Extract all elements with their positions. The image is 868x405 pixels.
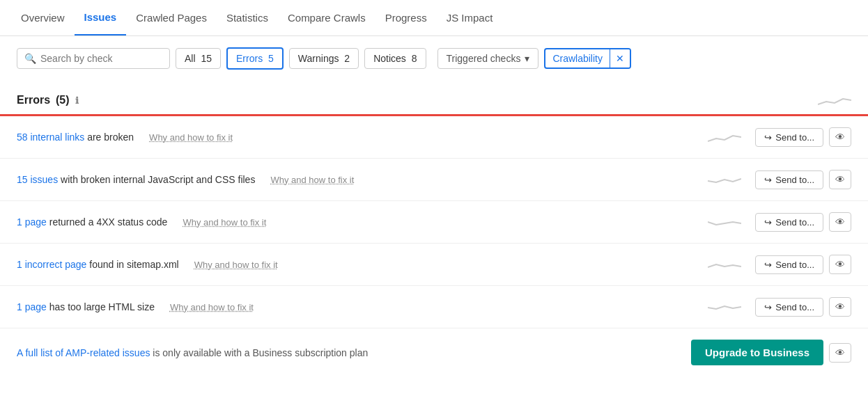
send-to-button[interactable]: ↪ Send to... [755,128,823,147]
errors-section: Errors (5) ℹ [0,81,868,114]
issues-list: 58 internal links are broken Why and how… [0,116,868,328]
eye-button[interactable]: 👁 [829,212,851,232]
nav-issues[interactable]: Issues [75,0,127,35]
issue-text: 1 page returned a 4XX status code [17,216,167,228]
issue-left: 58 internal links are broken Why and how… [17,132,708,143]
fix-link[interactable]: Why and how to fix it [270,175,354,185]
send-icon: ↪ [764,217,772,228]
issue-left: 1 page returned a 4XX status code Why an… [17,216,708,228]
issue-text: 15 issues with broken internal JavaScrip… [17,174,255,185]
send-icon: ↪ [764,260,772,270]
fix-link[interactable]: Why and how to fix it [149,132,233,143]
issue-text: 58 internal links are broken [17,132,134,143]
upgrade-to-business-button[interactable]: Upgrade to Business [691,340,823,365]
eye-button[interactable]: 👁 [829,297,851,317]
send-to-button[interactable]: ↪ Send to... [755,255,823,274]
nav-compare-crawls[interactable]: Compare Crawls [278,1,375,35]
issue-row: 1 incorrect page found in sitemap.xml Wh… [0,244,868,286]
info-icon[interactable]: ℹ [75,95,79,106]
issue-row: 1 page returned a 4XX status code Why an… [0,201,868,244]
issue-left: 15 issues with broken internal JavaScrip… [17,174,708,185]
top-navigation: Overview Issues Crawled Pages Statistics… [0,0,868,36]
upgrade-text: A full list of AMP-related issues is onl… [17,347,368,358]
errors-header: Errors (5) ℹ [17,86,851,114]
eye-button[interactable]: 👁 [829,170,851,189]
eye-icon: 👁 [835,259,845,270]
issue-link[interactable]: 1 page [17,216,47,228]
filter-warnings[interactable]: Warnings 2 [289,48,359,69]
issue-link[interactable]: 1 incorrect page [17,259,86,270]
filters-row: 🔍 All 15 Errors 5 Warnings 2 Notices 8 T… [0,36,868,81]
send-to-button[interactable]: ↪ Send to... [755,213,823,232]
fix-link[interactable]: Why and how to fix it [194,260,278,270]
crawlability-filter: Crawlability ✕ [544,48,631,69]
errors-title: Errors (5) ℹ [17,94,79,106]
issue-link[interactable]: 15 issues [17,174,58,185]
fix-link[interactable]: Why and how to fix it [170,302,254,312]
issue-left: 1 incorrect page found in sitemap.xml Wh… [17,259,708,270]
eye-icon: 👁 [835,132,845,143]
nav-statistics[interactable]: Statistics [217,1,278,35]
issue-text: 1 page has too large HTML size [17,301,155,312]
search-input[interactable] [40,53,152,64]
send-icon: ↪ [764,175,772,185]
nav-crawled-pages[interactable]: Crawled Pages [126,1,217,35]
fix-link[interactable]: Why and how to fix it [183,217,266,228]
filter-notices[interactable]: Notices 8 [364,48,426,69]
issue-link[interactable]: 1 page [17,301,47,312]
issue-row: 15 issues with broken internal JavaScrip… [0,159,868,201]
eye-button[interactable]: 👁 [829,343,851,363]
row-trend-chart [708,256,741,273]
upgrade-right: Upgrade to Business 👁 [691,340,851,365]
filter-all[interactable]: All 15 [176,48,221,69]
issue-left: 1 page has too large HTML size Why and h… [17,301,708,312]
issue-right: ↪ Send to... 👁 [708,127,851,147]
eye-icon: 👁 [835,347,845,358]
nav-progress[interactable]: Progress [375,1,437,35]
issue-row: 58 internal links are broken Why and how… [0,116,868,159]
eye-icon: 👁 [835,216,845,228]
issue-right: ↪ Send to... 👁 [708,170,851,189]
issue-right: ↪ Send to... 👁 [708,255,851,274]
crawlability-remove-button[interactable]: ✕ [610,49,630,68]
upgrade-row: A full list of AMP-related issues is onl… [0,328,868,376]
send-icon: ↪ [764,132,772,143]
errors-trend-chart [818,92,851,109]
eye-icon: 👁 [835,301,845,312]
send-to-button[interactable]: ↪ Send to... [755,298,823,317]
row-trend-chart [708,299,741,315]
filter-errors[interactable]: Errors 5 [226,47,284,70]
send-icon: ↪ [764,302,772,312]
issue-right: ↪ Send to... 👁 [708,297,851,317]
issue-right: ↪ Send to... 👁 [708,212,851,232]
send-to-button[interactable]: ↪ Send to... [755,170,823,189]
eye-icon: 👁 [835,174,845,185]
triggered-checks-dropdown[interactable]: Triggered checks ▾ [437,48,539,69]
nav-js-impact[interactable]: JS Impact [437,1,503,35]
eye-button[interactable]: 👁 [829,255,851,274]
amp-issues-link[interactable]: A full list of AMP-related issues [17,347,150,358]
row-trend-chart [708,171,741,188]
search-box[interactable]: 🔍 [17,48,170,69]
issue-text: 1 incorrect page found in sitemap.xml [17,259,179,270]
row-trend-chart [708,129,741,145]
issue-row: 1 page has too large HTML size Why and h… [0,286,868,328]
chevron-down-icon: ▾ [525,53,529,64]
nav-overview[interactable]: Overview [11,1,75,35]
issue-link[interactable]: 58 internal links [17,132,84,143]
row-trend-chart [708,214,741,230]
eye-button[interactable]: 👁 [829,127,851,147]
search-icon: 🔍 [24,53,36,64]
